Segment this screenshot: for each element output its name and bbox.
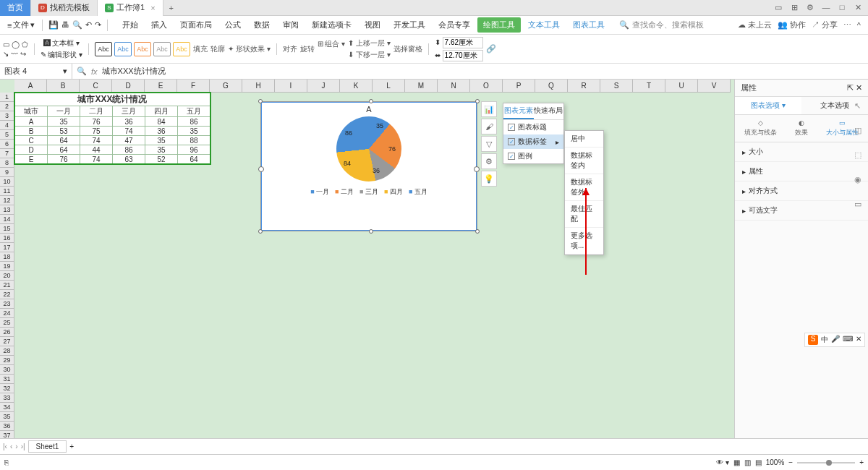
zoom-value[interactable]: 100% — [766, 458, 785, 466]
row-header[interactable]: 13 — [0, 205, 14, 215]
row-header[interactable]: 10 — [0, 177, 14, 187]
close-panel-icon[interactable]: ✕ — [856, 83, 862, 92]
chart-hint-icon[interactable]: 💡 — [481, 171, 497, 187]
side-tool4-icon[interactable]: ◉ — [854, 175, 866, 187]
row-header[interactable]: 22 — [0, 290, 14, 299]
row-header[interactable]: 29 — [0, 356, 14, 365]
function-icon[interactable]: fx — [91, 67, 98, 76]
panel-fill-icon[interactable]: ◇填充与线条 — [744, 119, 777, 137]
row-header[interactable]: 15 — [0, 224, 14, 234]
row-header[interactable]: 26 — [0, 328, 14, 337]
row-header[interactable]: 35 — [0, 412, 14, 422]
popup-item-legend[interactable]: 图例 — [503, 149, 563, 163]
tab-data[interactable]: 数据 — [248, 17, 276, 33]
grid-icon[interactable]: ⊞ — [787, 3, 801, 12]
row-header[interactable]: 14 — [0, 215, 14, 224]
col-header[interactable]: H — [242, 80, 275, 93]
rotate-button[interactable]: 旋转 — [300, 44, 315, 54]
row-header[interactable]: 33 — [0, 393, 14, 403]
table-cell[interactable]: 35 — [145, 136, 178, 145]
col-header[interactable]: V — [698, 80, 731, 93]
col-header[interactable]: E — [145, 80, 177, 93]
col-header[interactable]: L — [373, 80, 405, 93]
table-cell[interactable]: 74 — [80, 136, 113, 145]
row-header[interactable]: 32 — [0, 384, 14, 393]
table-cell[interactable]: 86 — [113, 145, 145, 155]
table-cell[interactable]: 76 — [80, 117, 113, 127]
layout-icon[interactable]: ▭ — [771, 3, 786, 12]
table-cell[interactable]: 36 — [145, 127, 178, 136]
section-alttext[interactable]: ▸ 可选文字 — [735, 201, 868, 221]
table-cell[interactable]: 88 — [178, 136, 210, 145]
new-tab-button[interactable]: + — [163, 4, 179, 12]
tab-vip[interactable]: 会员专享 — [433, 17, 476, 33]
col-header[interactable]: I — [275, 80, 307, 93]
table-cell[interactable]: 35 — [48, 117, 80, 127]
bring-forward-button[interactable]: ⬆ 上移一层 ▾ — [348, 38, 391, 48]
tab-draw-tools[interactable]: 绘图工具 — [477, 17, 521, 33]
popup-tab-elements[interactable]: 图表元素 — [503, 103, 534, 119]
row-header[interactable]: 37 — [0, 431, 14, 438]
sheet-nav-first[interactable]: |‹ — [3, 443, 7, 450]
ime-indicator[interactable]: S中🎤⌨✕ — [804, 333, 865, 347]
table-cell[interactable]: C — [15, 136, 48, 145]
formula-content[interactable]: 城市XXX统计情况 — [102, 66, 166, 77]
col-header[interactable]: S — [600, 80, 633, 93]
sub-center[interactable]: 居中 — [565, 131, 603, 148]
section-align[interactable]: ▸ 对齐方式 — [735, 181, 868, 201]
row-header[interactable]: 4 — [0, 121, 14, 130]
side-select-icon[interactable]: ↖ — [854, 101, 866, 113]
chart-filter-icon[interactable]: ▽ — [481, 136, 497, 152]
row-header[interactable]: 31 — [0, 375, 14, 384]
table-cell[interactable]: 63 — [113, 155, 145, 164]
zoom-slider[interactable] — [797, 462, 855, 463]
settings-icon[interactable]: ⚙ — [803, 3, 817, 12]
collapse-ribbon-icon[interactable]: ^ — [857, 21, 861, 30]
chart-title[interactable]: A — [261, 102, 477, 116]
tab-dev[interactable]: 开发工具 — [388, 17, 431, 33]
zoom-out[interactable]: − — [788, 458, 793, 466]
command-search[interactable]: 🔍 查找命令、搜索模板 — [619, 20, 704, 30]
add-sheet-button[interactable]: + — [69, 443, 74, 450]
table-cell[interactable]: 86 — [178, 117, 210, 127]
selection-pane-button[interactable]: 选择窗格 — [393, 44, 422, 54]
col-header[interactable]: N — [438, 80, 470, 93]
row-header[interactable]: 11 — [0, 187, 14, 196]
tab-pagelayout[interactable]: 页面布局 — [174, 17, 218, 33]
table-cell[interactable]: 35 — [145, 145, 178, 155]
save-icon[interactable]: 💾 — [48, 20, 59, 30]
col-header[interactable]: C — [80, 80, 112, 93]
fx-icon[interactable]: 🔍 — [77, 67, 87, 76]
row-header[interactable]: 25 — [0, 318, 14, 328]
table-cell[interactable]: 53 — [48, 127, 80, 136]
spreadsheet-grid[interactable]: ABCDEFGHIJKLMNOPQRSTUV 12345678910111213… — [0, 80, 734, 438]
col-header[interactable]: U — [665, 80, 698, 93]
coop-button[interactable]: 👥 协作 — [778, 20, 806, 30]
col-header[interactable]: K — [340, 80, 373, 93]
popup-item-title[interactable]: 图表标题 — [503, 120, 563, 134]
print-icon[interactable]: 🖶 — [61, 20, 69, 30]
style-preset-1[interactable]: Abc — [95, 42, 112, 56]
sheet-nav-prev[interactable]: ‹ — [10, 443, 12, 450]
side-tool5-icon[interactable]: ▭ — [854, 200, 866, 211]
maximize-icon[interactable]: □ — [835, 3, 849, 12]
col-header[interactable]: P — [503, 80, 535, 93]
col-header[interactable]: F — [177, 80, 210, 93]
col-header[interactable]: Q — [535, 80, 568, 93]
group-button[interactable]: ⊞ 组合 ▾ — [318, 39, 346, 49]
panel-effect-icon[interactable]: ◐效果 — [795, 119, 808, 137]
style-preset-3[interactable]: Abc — [134, 42, 151, 56]
row-header[interactable]: 28 — [0, 346, 14, 356]
close-window-icon[interactable]: ✕ — [851, 3, 865, 12]
tab-custom[interactable]: 新建选项卡 — [306, 17, 357, 33]
table-cell[interactable]: 52 — [145, 155, 178, 164]
embedded-chart[interactable]: A 35 76 36 84 86 一月 二月 三月 四月 五月 — [260, 101, 477, 231]
textbox-button[interactable]: 🅰 文本框 ▾ — [43, 38, 80, 48]
section-size[interactable]: ▸ 大小 — [735, 142, 868, 162]
zoom-in[interactable]: + — [859, 458, 864, 466]
cloud-status[interactable]: ☁ 未上云 — [738, 20, 772, 30]
table-cell[interactable]: 96 — [178, 145, 210, 155]
col-header[interactable]: B — [47, 80, 80, 93]
chart-elements-icon[interactable]: 📊 — [481, 101, 497, 117]
share-button[interactable]: ↗ 分享 — [812, 20, 838, 30]
